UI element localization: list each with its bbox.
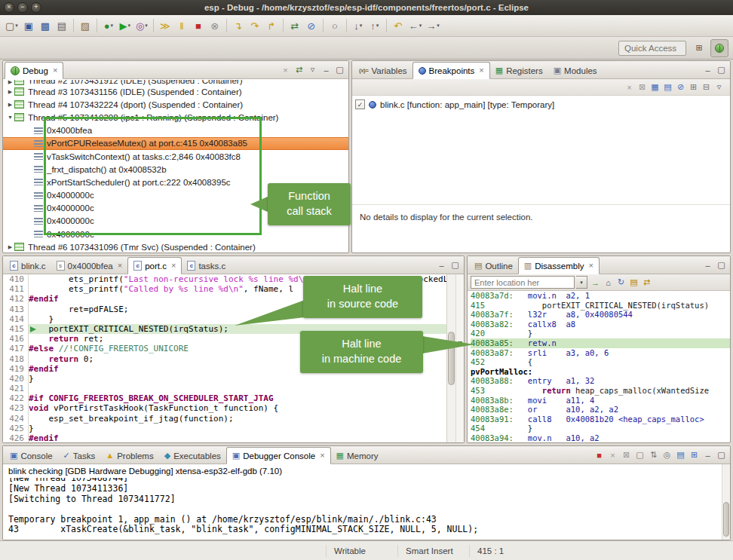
maximize-icon[interactable]: ▢ [715,63,728,76]
suspend-button[interactable]: ‖ [174,17,189,34]
stack-frame-row[interactable]: 0x4000bfea [3,124,348,137]
tab-debugger-console[interactable]: ▣Debugger Console× [226,447,331,464]
console-scrollbar[interactable] [722,464,730,540]
quick-access-button[interactable]: Quick Access [618,41,686,56]
view-menu-icon[interactable]: ▿ [713,81,725,93]
stack-frame-row[interactable]: vPortCPUReleaseMutex() at port.c:415 0x4… [3,137,348,150]
tab-close-icon[interactable]: × [320,451,324,460]
save-button[interactable]: ▣ [21,17,36,34]
close-window-button[interactable]: × [4,2,14,13]
remove-launch-icon[interactable]: × [606,448,619,461]
terminate-icon[interactable]: ■ [593,448,606,461]
tab-blink-c[interactable]: cblink.c [5,257,51,274]
minimize-icon[interactable]: – [701,448,714,461]
minimize-icon[interactable]: – [701,259,714,271]
expand-arrow-icon[interactable]: ▶ [6,89,14,95]
maximize-window-button[interactable]: + [31,2,41,13]
build-button[interactable]: ▨ [78,17,93,34]
tab-registers[interactable]: ▦Registers [490,62,548,79]
disasm-lines[interactable]: 40083a7d: movi.n a2, 1415 portEXIT_CRITI… [468,291,730,442]
editor-vertical-scrollbar[interactable] [446,274,455,442]
remove-all-launches-icon[interactable]: ⊠ [620,448,633,461]
console-body[interactable]: blink checking [GDB Hardware Debugging] … [3,464,730,540]
step-into-button[interactable]: ↴ [231,17,246,34]
back-button[interactable]: ←▾ [407,17,424,34]
instruction-stepping-button[interactable]: ⇄ [287,17,302,34]
search-button[interactable]: ○ [327,17,342,34]
stack-frame-row[interactable]: _frxt_dispatch() at 0x4008532b [3,163,348,176]
tab-breakpoints[interactable]: Breakpoints× [413,62,490,79]
minimize-icon[interactable]: – [435,259,448,271]
display-selected-console-icon[interactable]: ▤ [674,448,687,461]
sync-with-debug-icon[interactable]: ⇄ [640,276,653,289]
tab-0x4000bfea[interactable]: s0x4000bfea× [51,257,128,274]
breakpoint-list[interactable]: ✓blink.c [function: app_main] [type: Tem… [352,96,730,204]
open-perspective-button[interactable]: ⊞ [690,39,708,57]
tab-close-icon[interactable]: × [479,66,483,75]
clear-console-icon[interactable]: ▢ [633,448,646,461]
step-return-button[interactable]: ↱ [264,17,279,34]
pin-console-icon[interactable]: ◎ [661,448,673,461]
new-wizard-button[interactable]: ▢▾ [4,17,20,34]
maximize-icon[interactable]: ▢ [715,259,728,271]
minimize-icon[interactable]: – [701,63,714,76]
save-all-button[interactable]: ▩ [38,17,53,34]
step-over-button[interactable]: ↷ [247,17,262,34]
thread-row[interactable]: ▶Thread #6 1073431096 (Tmr Svc) (Suspend… [3,240,348,252]
instruction-stepping-mode-icon[interactable]: ⇄ [293,63,305,76]
maximize-icon[interactable]: ▢ [449,259,462,271]
tab-debug[interactable]: Debug× [5,62,63,79]
tab-close-icon[interactable]: × [118,262,122,270]
skip-all-breakpoints-icon[interactable]: ⊘ [674,81,687,93]
run-button[interactable]: ▶▾ [118,17,133,34]
remove-breakpoint-icon[interactable]: × [623,81,636,93]
minimize-icon[interactable]: – [320,63,333,76]
remove-all-terminated-icon[interactable]: × [279,63,292,76]
overview-halt-mark[interactable] [458,341,462,345]
expand-arrow-icon[interactable]: ▼ [6,115,14,120]
disconnect-button[interactable]: ⊗ [207,17,222,34]
editor-overview-ruler[interactable] [455,274,464,442]
breakpoint-checkbox[interactable]: ✓ [355,99,365,109]
tab-modules[interactable]: ▣Modules [548,62,603,79]
tab-disassembly[interactable]: ▥Disassembly× [518,257,600,274]
scrollbar-thumb[interactable] [448,332,455,385]
debug-perspective-button[interactable] [710,39,728,57]
remove-all-breakpoints-icon[interactable]: ⊠ [636,81,649,93]
console-scrollbar-thumb[interactable] [723,502,729,537]
previous-annotation-button[interactable]: ↑▾ [367,17,382,34]
tab-console[interactable]: ▣Console [5,447,58,464]
expand-arrow-icon[interactable]: ▶ [6,244,14,250]
tab-tasks[interactable]: ✓Tasks [58,447,101,464]
skip-all-breakpoints-button[interactable]: ⊘ [304,17,319,34]
show-source-icon[interactable]: ▤ [627,276,640,289]
print-button[interactable]: ▤ [54,17,69,34]
resume-button[interactable]: ≫ [158,17,173,34]
expand-all-icon[interactable]: ⊞ [687,81,700,93]
location-dropdown-icon[interactable]: ▾ [576,276,587,289]
last-edit-location-button[interactable]: ↶ [391,17,406,34]
minimize-window-button[interactable]: − [17,2,28,13]
goto-pc-icon[interactable]: → [589,276,602,289]
view-menu-icon[interactable]: ▿ [306,63,319,76]
thread-row[interactable]: ▶Thread #4 1073432224 (dport) (Suspended… [3,98,348,111]
maximize-icon[interactable]: ▢ [715,448,728,461]
tab-memory[interactable]: ▦Memory [331,447,384,464]
tab-outline[interactable]: ▤Outline [469,257,518,274]
tab-close-icon[interactable]: × [171,262,176,270]
title-bar[interactable]: ×−+ esp - Debug - /home/krzysztof/esp/es… [0,0,733,15]
external-tools-button[interactable]: ◎▾ [134,17,149,34]
tab-port-c[interactable]: cport.c× [127,257,182,274]
location-input[interactable]: Enter location her [471,276,575,289]
debug-button[interactable]: ●▾ [101,17,116,34]
expand-arrow-icon[interactable]: ▶ [6,102,14,108]
forward-button[interactable]: →▾ [425,17,441,34]
open-console-icon[interactable]: ⊞ [688,448,701,461]
thread-row[interactable]: ▶Thread #3 1073431156 (IDLE) (Suspended … [3,85,348,98]
show-breakpoints-supported-icon[interactable]: ▦ [649,81,661,93]
tab-close-icon[interactable]: × [588,262,593,270]
stack-frame-row[interactable]: vTaskSwitchContext() at tasks.c:2,846 0x… [3,150,348,163]
tab-close-icon[interactable]: × [53,66,57,75]
tab-problems[interactable]: ▲Problems [100,447,158,464]
expand-arrow-icon[interactable]: ▶ [6,80,14,85]
